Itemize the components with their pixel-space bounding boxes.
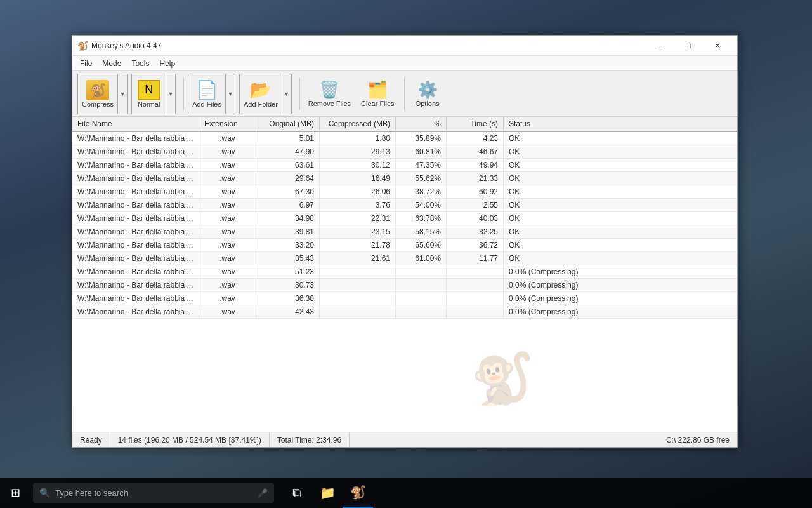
remove-files-button[interactable]: 🗑️ Remove Files xyxy=(304,74,355,114)
col-original[interactable]: Original (MB) xyxy=(256,117,320,131)
cell-time xyxy=(447,279,504,291)
cell-status: OK xyxy=(504,132,737,145)
cell-compressed xyxy=(320,279,396,291)
cell-pct xyxy=(396,292,447,305)
normal-dropdown-arrow[interactable]: ▼ xyxy=(166,74,176,114)
cell-compressed xyxy=(320,305,396,318)
normal-button[interactable]: N Normal xyxy=(131,74,166,114)
col-status[interactable]: Status xyxy=(504,117,737,131)
cell-original: 35.43 xyxy=(256,252,320,265)
cell-ext: .wav xyxy=(199,132,256,145)
compress-button[interactable]: Compress xyxy=(77,74,117,114)
cell-pct: 60.81% xyxy=(396,145,447,158)
app-window: 🐒 Monkey's Audio 4.47 ─ □ ✕ File Mode To… xyxy=(72,35,738,448)
clear-files-button[interactable]: 🗂️ Clear Files xyxy=(357,74,399,114)
col-extension[interactable]: Extension xyxy=(199,117,256,131)
remove-files-label: Remove Files xyxy=(308,100,351,107)
table-row[interactable]: W:\Mannarino - Bar della rabbia ... .wav… xyxy=(72,172,737,185)
cell-time: 46.67 xyxy=(447,145,504,158)
cell-original: 5.01 xyxy=(256,132,320,145)
cell-status: OK xyxy=(504,172,737,185)
search-bar[interactable]: 🔍 Type here to search 🎤 xyxy=(33,483,274,503)
title-bar: 🐒 Monkey's Audio 4.47 ─ □ ✕ xyxy=(72,36,737,56)
taskbar-monkey-audio[interactable]: 🐒 xyxy=(343,478,373,508)
cell-compressed: 22.31 xyxy=(320,212,396,225)
normal-toolbar-group: N Normal ▼ xyxy=(131,74,176,114)
cell-compressed: 26.06 xyxy=(320,185,396,198)
cell-filename: W:\Mannarino - Bar della rabbia ... xyxy=(72,305,199,318)
add-folder-button[interactable]: 📂 Add Folder xyxy=(239,74,282,114)
cell-ext: .wav xyxy=(199,225,256,238)
table-row[interactable]: W:\Mannarino - Bar della rabbia ... .wav… xyxy=(72,212,737,225)
cell-original: 30.73 xyxy=(256,279,320,291)
table-row[interactable]: W:\Mannarino - Bar della rabbia ... .wav… xyxy=(72,239,737,252)
status-disk-free: C:\ 222.86 GB free xyxy=(658,432,737,447)
add-files-dropdown-arrow[interactable]: ▼ xyxy=(225,74,235,114)
col-time[interactable]: Time (s) xyxy=(447,117,504,131)
menu-tools[interactable]: Tools xyxy=(126,58,154,69)
cell-pct xyxy=(396,265,447,278)
cell-status: 0.0% (Compressing) xyxy=(504,279,737,291)
table-row[interactable]: W:\Mannarino - Bar della rabbia ... .wav… xyxy=(72,159,737,172)
cell-status: OK xyxy=(504,159,737,171)
table-row[interactable]: W:\Mannarino - Bar della rabbia ... .wav… xyxy=(72,305,737,319)
taskbar-task-view[interactable]: ⧉ xyxy=(282,478,312,508)
menu-bar: File Mode Tools Help xyxy=(72,56,737,71)
cell-ext: .wav xyxy=(199,252,256,265)
cell-compressed xyxy=(320,265,396,278)
cell-status: OK xyxy=(504,225,737,238)
toolbar-sep-2 xyxy=(299,78,300,110)
table-row[interactable]: W:\Mannarino - Bar della rabbia ... .wav… xyxy=(72,292,737,305)
menu-file[interactable]: File xyxy=(75,58,97,69)
window-controls: ─ □ ✕ xyxy=(645,36,732,56)
table-row[interactable]: W:\Mannarino - Bar della rabbia ... .wav… xyxy=(72,145,737,159)
cell-ext: .wav xyxy=(199,159,256,171)
cell-compressed: 21.61 xyxy=(320,252,396,265)
minimize-button[interactable]: ─ xyxy=(645,36,674,56)
cell-filename: W:\Mannarino - Bar della rabbia ... xyxy=(72,252,199,265)
search-icon: 🔍 xyxy=(39,488,50,498)
cell-status: OK xyxy=(504,212,737,225)
mic-icon[interactable]: 🎤 xyxy=(258,488,268,498)
menu-mode[interactable]: Mode xyxy=(97,58,126,69)
cell-time: 11.77 xyxy=(447,252,504,265)
cell-status: OK xyxy=(504,252,737,265)
cell-compressed: 23.15 xyxy=(320,225,396,238)
table-row[interactable]: W:\Mannarino - Bar della rabbia ... .wav… xyxy=(72,279,737,292)
taskbar-file-explorer[interactable]: 📁 xyxy=(312,478,343,508)
cell-ext: .wav xyxy=(199,212,256,225)
start-button[interactable]: ⊞ xyxy=(0,478,30,508)
cell-status: 0.0% (Compressing) xyxy=(504,305,737,318)
cell-pct: 54.00% xyxy=(396,199,447,211)
table-row[interactable]: W:\Mannarino - Bar della rabbia ... .wav… xyxy=(72,199,737,212)
cell-ext: .wav xyxy=(199,279,256,291)
table-row[interactable]: W:\Mannarino - Bar della rabbia ... .wav… xyxy=(72,185,737,199)
cell-filename: W:\Mannarino - Bar della rabbia ... xyxy=(72,239,199,251)
table-row[interactable]: W:\Mannarino - Bar della rabbia ... .wav… xyxy=(72,225,737,239)
cell-time: 2.55 xyxy=(447,199,504,211)
table-row[interactable]: W:\Mannarino - Bar della rabbia ... .wav… xyxy=(72,265,737,279)
col-compressed[interactable]: Compressed (MB) xyxy=(320,117,396,131)
cell-pct: 65.60% xyxy=(396,239,447,251)
cell-time: 4.23 xyxy=(447,132,504,145)
col-filename[interactable]: File Name xyxy=(72,117,199,131)
cell-ext: .wav xyxy=(199,145,256,158)
maximize-button[interactable]: □ xyxy=(674,36,703,56)
compress-dropdown-arrow[interactable]: ▼ xyxy=(117,74,128,114)
table-body: W:\Mannarino - Bar della rabbia ... .wav… xyxy=(72,132,737,432)
add-files-button[interactable]: 📄 Add Files xyxy=(188,74,225,114)
cell-status: OK xyxy=(504,185,737,198)
table-row[interactable]: W:\Mannarino - Bar della rabbia ... .wav… xyxy=(72,252,737,265)
cell-time xyxy=(447,305,504,318)
cell-status: 0.0% (Compressing) xyxy=(504,292,737,305)
table-row[interactable]: W:\Mannarino - Bar della rabbia ... .wav… xyxy=(72,132,737,145)
options-button[interactable]: ⚙️ Options xyxy=(409,74,447,114)
cell-compressed: 21.78 xyxy=(320,239,396,251)
cell-original: 47.90 xyxy=(256,145,320,158)
close-button[interactable]: ✕ xyxy=(703,36,732,56)
menu-help[interactable]: Help xyxy=(154,58,180,69)
cell-time xyxy=(447,292,504,305)
add-folder-dropdown-arrow[interactable]: ▼ xyxy=(282,74,292,114)
add-folder-label: Add Folder xyxy=(244,100,278,108)
col-pct[interactable]: % xyxy=(396,117,447,131)
